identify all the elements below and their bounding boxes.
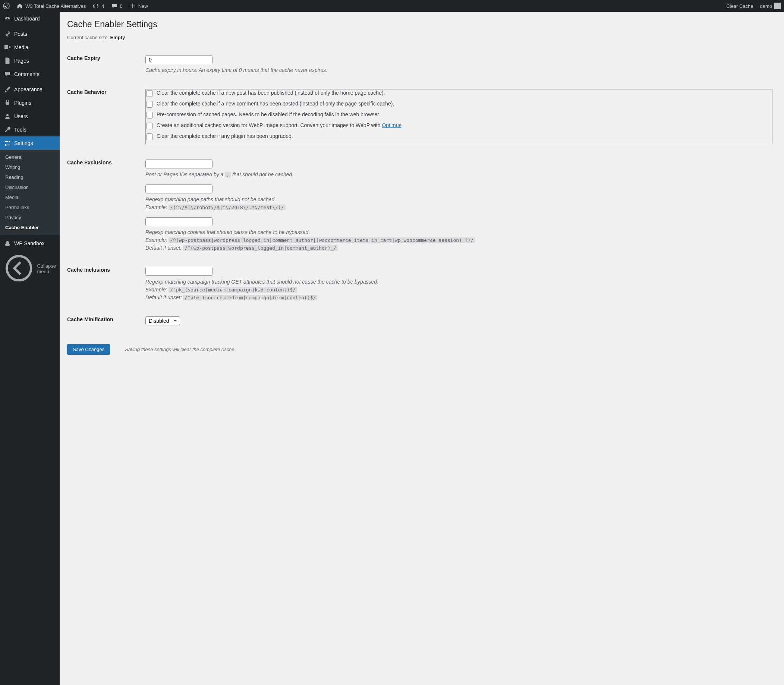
cookies-example-code: /^(wp-postpass|wordpress_logged_in|comme…: [169, 237, 475, 243]
new-link[interactable]: New: [129, 3, 148, 9]
behavior-cb-new-comment[interactable]: Clear the complete cache if a new commen…: [146, 101, 772, 108]
inclusions-input[interactable]: [145, 267, 213, 276]
checkbox-webp[interactable]: [146, 123, 153, 129]
behavior-cb-plugin-upgrade[interactable]: Clear the complete cache if any plugin h…: [146, 133, 772, 140]
updates-count: 4: [101, 3, 104, 9]
minification-select[interactable]: Disabled: [145, 317, 180, 325]
site-link[interactable]: W3 Total Cache Alternatives: [16, 3, 86, 9]
submenu-writing[interactable]: Writing: [0, 162, 60, 172]
media-icon: [4, 44, 11, 51]
checkbox-plugin-upgrade[interactable]: [146, 133, 153, 140]
pin-icon: [4, 30, 11, 37]
cookies-default-code: /^(wp-postpass|wordpress_logged_in|comme…: [183, 245, 338, 251]
comments-count: 0: [120, 3, 123, 9]
clear-cache-link[interactable]: Clear Cache: [726, 3, 753, 9]
new-label: New: [138, 3, 148, 9]
wrench-icon: [4, 126, 11, 133]
inclusions-example-code: /^pk_(source|medium|campaign|kwd|content…: [169, 287, 297, 292]
collapse-menu[interactable]: Collapse menu: [0, 250, 60, 287]
cache-expiry-desc: Cache expiry in hours. An expiry time of…: [145, 67, 773, 74]
paths-example-code: /(^\/$|\/robot\/$|^\/2018\/.*\/test\/)/: [169, 205, 285, 210]
sidebar-item-users[interactable]: Users: [0, 110, 60, 123]
submenu-reading[interactable]: Reading: [0, 172, 60, 182]
admin-toolbar: W3 Total Cache Alternatives 4 0 New Clea…: [0, 0, 784, 12]
inclusions-default-code: /^utm_(source|medium|campaign|term|conte…: [183, 295, 317, 300]
save-note: Saving these settings will clear the com…: [125, 347, 236, 352]
sidebar-item-posts[interactable]: Posts: [0, 27, 60, 41]
comment-icon: [4, 70, 11, 78]
sandbox-icon: [4, 240, 11, 247]
settings-submenu: General Writing Reading Discussion Media…: [0, 150, 60, 235]
label-cache-exclusions: Cache Exclusions: [67, 152, 142, 260]
wp-logo[interactable]: [3, 3, 10, 9]
submenu-cache-enabler[interactable]: Cache Enabler: [0, 222, 60, 232]
cache-size-value: Empty: [111, 35, 125, 40]
home-icon: [16, 3, 23, 9]
sidebar-item-wp-sandbox[interactable]: WP Sandbox: [0, 237, 60, 250]
inclusions-desc: Regexp matching campaign tracking GET at…: [145, 278, 773, 302]
sidebar-item-appearance[interactable]: Appearance: [0, 83, 60, 96]
sidebar-item-comments[interactable]: Comments: [0, 67, 60, 81]
sidebar-item-plugins[interactable]: Plugins: [0, 96, 60, 110]
user-icon: [4, 112, 11, 120]
collapse-icon: [4, 253, 34, 284]
comments-link[interactable]: 0: [111, 3, 123, 9]
pages-icon: [4, 57, 11, 65]
behavior-cb-precompression[interactable]: Pre-compression of cached pages. Needs t…: [146, 112, 772, 118]
comments-icon: [111, 3, 118, 9]
sidebar-item-dashboard[interactable]: Dashboard: [0, 12, 60, 25]
admin-sidebar: Dashboard Posts Media Pages Comments App…: [0, 12, 60, 373]
main-content: Cache Enabler Settings Current cache siz…: [60, 12, 784, 373]
exclusion-ids-desc: Post or Pages IDs separated by a , that …: [145, 171, 773, 179]
sidebar-item-tools[interactable]: Tools: [0, 123, 60, 136]
cache-behavior-fieldset: Clear the complete cache if a new post h…: [145, 89, 773, 144]
sidebar-item-pages[interactable]: Pages: [0, 54, 60, 67]
exclusion-paths-input[interactable]: [145, 185, 213, 193]
cache-size-line: Current cache size: Empty: [67, 35, 777, 40]
plug-icon: [4, 99, 11, 107]
user-name: demo: [760, 3, 772, 9]
svg-point-1: [7, 114, 8, 116]
dashboard-icon: [4, 15, 11, 22]
optimus-link[interactable]: Optimus: [382, 122, 401, 128]
exclusion-paths-desc: Regexp matching page paths that should n…: [145, 196, 773, 211]
sidebar-item-media[interactable]: Media: [0, 41, 60, 54]
save-changes-button[interactable]: Save Changes: [67, 344, 110, 355]
user-account[interactable]: demo: [760, 3, 781, 9]
wordpress-icon: [3, 3, 10, 9]
checkbox-new-comment[interactable]: [146, 101, 153, 108]
site-title: W3 Total Cache Alternatives: [25, 3, 86, 9]
sidebar-item-settings[interactable]: Settings: [0, 136, 60, 150]
brush-icon: [4, 86, 11, 93]
submenu-permalinks[interactable]: Permalinks: [0, 202, 60, 213]
cache-expiry-input[interactable]: [145, 55, 213, 64]
submenu-general[interactable]: General: [0, 152, 60, 162]
exclusion-cookies-input[interactable]: [145, 217, 213, 226]
update-icon: [93, 3, 99, 9]
submenu-privacy[interactable]: Privacy: [0, 213, 60, 222]
avatar-icon: [774, 3, 781, 9]
sliders-icon: [4, 140, 11, 147]
exclusion-cookies-desc: Regexp matching cookies that should caus…: [145, 229, 773, 252]
submenu-media[interactable]: Media: [0, 192, 60, 202]
exclusion-ids-input[interactable]: [145, 159, 213, 169]
behavior-cb-new-post[interactable]: Clear the complete cache if a new post h…: [146, 90, 772, 97]
page-title: Cache Enabler Settings: [67, 12, 777, 35]
svg-point-2: [7, 256, 31, 280]
checkbox-precompression[interactable]: [146, 112, 153, 118]
behavior-cb-webp[interactable]: Create an additional cached version for …: [146, 122, 772, 129]
label-cache-inclusions: Cache Inclusions: [67, 260, 142, 309]
label-cache-minification: Cache Minification: [67, 309, 142, 333]
comma-code: ,: [225, 172, 231, 177]
label-cache-expiry: Cache Expiry: [67, 48, 142, 82]
label-cache-behavior: Cache Behavior: [67, 82, 142, 152]
updates-link[interactable]: 4: [93, 3, 104, 9]
plus-icon: [129, 3, 136, 9]
submenu-discussion[interactable]: Discussion: [0, 182, 60, 192]
checkbox-new-post[interactable]: [146, 90, 153, 97]
